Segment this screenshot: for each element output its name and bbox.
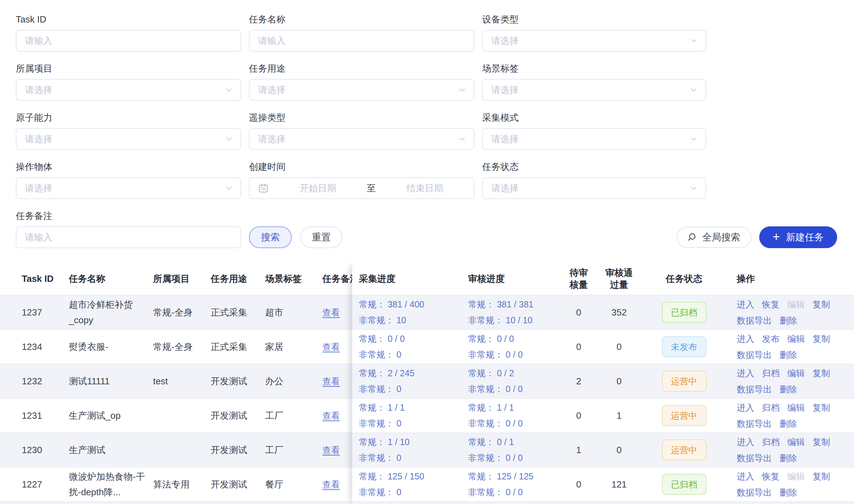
task-name-cell: 生产测试: [65, 442, 148, 458]
filter-select-task-status[interactable]: 请选择: [482, 177, 706, 199]
remark-view-link[interactable]: 查看: [322, 411, 340, 420]
filter-select-device-type[interactable]: 请选择: [482, 30, 706, 52]
column-header: Task ID: [0, 273, 65, 285]
action-link[interactable]: 数据导出: [737, 347, 772, 363]
date-range-separator: 至: [367, 182, 376, 194]
task-id-cell: 1232: [0, 376, 65, 387]
table-row-left: 1227微波炉加热食物-干扰-depth降...算法专用开发测试餐厅查看: [0, 467, 352, 502]
create-task-button[interactable]: + 新建任务: [759, 226, 837, 248]
table-row-left: 1237超市冷鲜柜补货_copy常规-全身正式采集超市查看: [0, 296, 352, 330]
placeholder-text: 请选择: [491, 35, 519, 47]
action-link[interactable]: 删除: [780, 416, 797, 432]
pending-count-cell: 2: [561, 376, 596, 387]
action-link[interactable]: 编辑: [787, 365, 805, 381]
search-button[interactable]: 搜索: [249, 226, 292, 248]
action-link[interactable]: 数据导出: [737, 450, 772, 466]
filter-select-collect-mode[interactable]: 请选择: [482, 128, 706, 150]
filter-select-operate-object[interactable]: 请选择: [16, 177, 241, 199]
filter-label: 创建时间: [249, 161, 474, 172]
action-link[interactable]: 进入: [737, 399, 754, 416]
purpose-cell: 正式采集: [205, 306, 260, 319]
remark-view-link[interactable]: 查看: [322, 342, 340, 352]
filter-input-task-id[interactable]: 请输入: [16, 30, 241, 52]
task-id-cell: 1234: [0, 341, 65, 352]
remark-view-link[interactable]: 查看: [322, 376, 340, 386]
column-header: 任务名称: [65, 273, 148, 285]
action-link[interactable]: 进入: [737, 468, 754, 484]
action-link[interactable]: 删除: [780, 312, 797, 329]
action-link[interactable]: 数据导出: [737, 381, 772, 397]
create-task-label: 新建任务: [786, 231, 824, 244]
filter-daterange-create-time[interactable]: 开始日期至结束日期: [249, 177, 474, 199]
action-link[interactable]: 复制: [813, 399, 830, 416]
task-table: Task ID任务名称所属项目任务用途场景标签任务备注1237超市冷鲜柜补货_c…: [0, 263, 854, 504]
action-link[interactable]: 删除: [780, 347, 797, 363]
action-link[interactable]: 复制: [813, 434, 830, 450]
action-link[interactable]: 归档: [762, 399, 780, 416]
action-link[interactable]: 归档: [762, 365, 780, 381]
filter-field-task-name: 任务名称请输入: [249, 14, 474, 52]
filter-input-task-name[interactable]: 请输入: [249, 30, 474, 52]
action-link[interactable]: 编辑: [787, 434, 805, 450]
filter-select-atomic-ability[interactable]: 请选择: [16, 128, 241, 150]
reset-button[interactable]: 重置: [300, 226, 342, 248]
remark-view-link[interactable]: 查看: [322, 479, 340, 489]
action-link[interactable]: 删除: [780, 484, 797, 500]
action-link[interactable]: 恢复: [762, 468, 780, 484]
action-link[interactable]: 恢复: [762, 296, 780, 312]
remark-view-link[interactable]: 查看: [322, 307, 340, 317]
action-link[interactable]: 复制: [813, 468, 830, 484]
search-icon: [687, 232, 697, 243]
chevron-down-icon: [689, 134, 698, 144]
filter-select-project[interactable]: 请选择: [16, 79, 241, 101]
status-badge: 未发布: [662, 336, 707, 357]
filter-actions: 搜索重置: [249, 226, 474, 248]
filter-label: 操作物体: [16, 161, 241, 172]
remark-cell: 查看: [317, 479, 352, 490]
remark-view-link[interactable]: 查看: [322, 445, 340, 455]
filter-select-task-purpose[interactable]: 请选择: [249, 79, 474, 101]
action-link[interactable]: 复制: [813, 365, 830, 381]
project-cell: 常规-全身: [148, 305, 205, 320]
actions-cell: 进入归档编辑复制数据导出删除: [726, 399, 854, 432]
action-link[interactable]: 编辑: [787, 399, 805, 416]
action-link[interactable]: 删除: [780, 381, 797, 397]
purpose-cell: 开发测试: [205, 478, 260, 491]
status-cell: 已归档: [642, 302, 726, 323]
chevron-down-icon: [689, 85, 698, 94]
table-row-right: 常规： 2 / 245非常规： 0常规： 0 / 2非常规： 0 / 020运营…: [352, 364, 854, 399]
actions-cell: 进入恢复编辑复制数据导出删除: [726, 468, 854, 500]
filter-select-teleop-type[interactable]: 请选择: [249, 128, 474, 150]
remark-cell: 查看: [317, 444, 352, 456]
action-link[interactable]: 发布: [762, 331, 780, 347]
global-search-label: 全局搜索: [702, 231, 740, 244]
review-progress-cell: 常规： 125 / 125非常规： 0 / 0: [459, 469, 561, 500]
project-cell: 常规-全身: [148, 339, 205, 354]
filter-field-task-purpose: 任务用途请选择: [249, 63, 474, 101]
purpose-cell: 开发测试: [205, 444, 260, 456]
global-search-button[interactable]: 全局搜索: [677, 227, 751, 248]
action-link[interactable]: 进入: [737, 365, 754, 381]
chevron-down-icon: [689, 184, 698, 193]
chevron-down-icon: [224, 85, 234, 94]
action-link[interactable]: 归档: [762, 434, 780, 450]
column-header: 待审核量: [561, 267, 596, 291]
action-link[interactable]: 数据导出: [737, 484, 772, 500]
action-link[interactable]: 数据导出: [737, 416, 772, 432]
action-link[interactable]: 进入: [737, 434, 754, 450]
action-link[interactable]: 复制: [813, 331, 830, 347]
filter-label: Task ID: [16, 14, 241, 25]
remark-cell: 查看: [317, 307, 352, 318]
placeholder-text: 请选择: [491, 133, 519, 145]
actions-cell: 进入归档编辑复制数据导出删除: [726, 434, 854, 466]
filter-select-scene-tag[interactable]: 请选择: [482, 79, 706, 101]
action-link[interactable]: 编辑: [787, 331, 805, 347]
filter-field-atomic-ability: 原子能力请选择: [16, 112, 241, 150]
action-link[interactable]: 进入: [737, 331, 754, 347]
action-link[interactable]: 数据导出: [737, 312, 772, 329]
action-link[interactable]: 复制: [813, 296, 830, 312]
filter-input-task-remark[interactable]: 请输入: [16, 226, 241, 248]
task-id-cell: 1227: [0, 479, 65, 490]
action-link[interactable]: 删除: [780, 450, 797, 466]
action-link[interactable]: 进入: [737, 296, 754, 312]
